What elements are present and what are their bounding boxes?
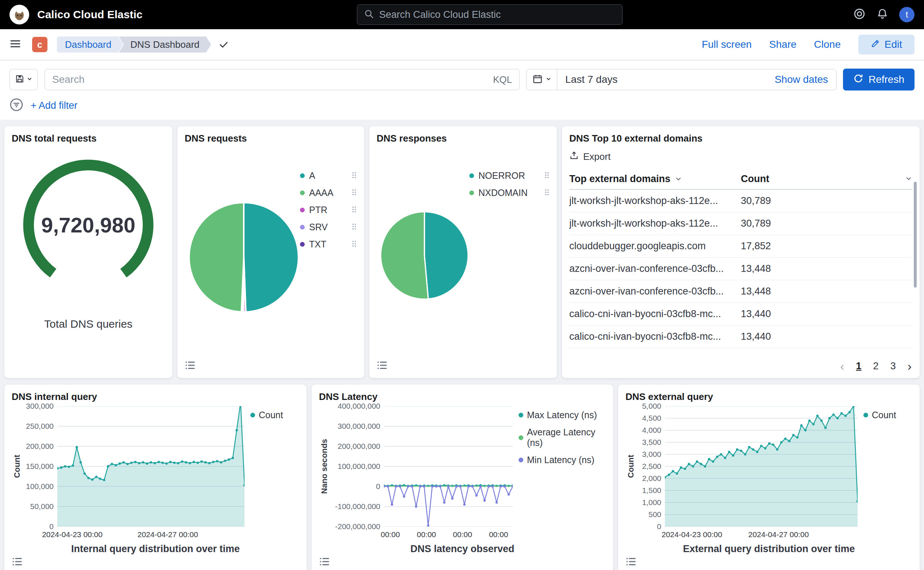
legend-item-actions-icon[interactable] [544,188,550,198]
table-row[interactable]: clouddebugger.googleapis.com17,852 [569,235,912,257]
legend-item-min-latency[interactable]: Min Latency (ns) [519,455,606,465]
refresh-button[interactable]: Refresh [843,69,915,90]
previous-page-icon[interactable]: ‹ [840,360,844,372]
table-row[interactable]: calico-cni-ivan-byocni-03cfb8-mc...13,44… [569,325,912,348]
gauge-caption: Total DNS queries [44,318,132,330]
external-query-chart[interactable] [665,406,858,527]
legend-item-txt[interactable]: TXT [300,239,357,250]
legend-toggle-icon[interactable] [317,554,332,569]
legend-label: TXT [309,239,347,250]
add-filter-link[interactable]: + Add filter [31,100,77,111]
kql-label[interactable]: KQL [493,74,512,86]
legend-label: Count [872,410,912,420]
show-dates-link[interactable]: Show dates [775,74,836,86]
panel-top-external-domains: DNS Top 10 external domains Export Top e… [562,126,919,378]
full-screen-link[interactable]: Full screen [702,39,752,51]
time-range-value[interactable]: Last 7 days [557,74,625,86]
legend-dot [300,208,305,212]
chart-subtitle: Internal query distribution over time [12,543,299,555]
legend-toggle-icon[interactable] [374,358,390,373]
space-avatar[interactable]: c [32,37,48,52]
y-axis-title: Count [625,406,636,527]
legend-item-actions-icon[interactable] [351,222,357,233]
legend-item-count[interactable]: Count [863,410,912,420]
legend-item-srv[interactable]: SRV [300,222,357,233]
user-avatar[interactable]: t [899,7,915,22]
table-row[interactable]: calico-cni-ivan-byocni-03cfb8-mc...13,44… [569,303,912,325]
x-tick-label: 00:00 [489,530,508,539]
legend-item-actions-icon[interactable] [544,170,550,181]
kql-search-input[interactable] [52,74,488,86]
x-tick-label: 2024-04-23 00:00 [662,530,722,539]
legend-item-max-latency[interactable]: Max Latency (ns) [519,410,606,420]
calendar-icon [532,74,542,86]
legend-item-actions-icon[interactable] [351,188,357,198]
clone-link[interactable]: Clone [814,39,841,51]
chevron-down-icon [546,76,552,83]
legend-toggle-icon[interactable] [623,554,639,569]
export-button[interactable]: Export [569,151,610,163]
legend-item-count[interactable]: Count [250,410,299,420]
legend-item-average-latency[interactable]: Average Latency (ns) [519,427,606,448]
dashboard-saved-check-icon[interactable] [219,40,229,50]
x-axis-labels: 2024-04-23 00:002024-04-27 00:00 [665,529,858,540]
nav-bar: c Dashboard DNS Dashboard Full screen Sh… [0,29,924,61]
breadcrumb-dashboard[interactable]: Dashboard [57,37,123,52]
panel-dns-latency: DNS Latency Nano seconds 400,000,000300,… [312,385,613,570]
legend-dot [519,435,523,440]
x-axis-labels: 2024-04-23 00:002024-04-27 00:00 [57,529,245,540]
support-icon[interactable] [853,8,866,21]
legend-item-actions-icon[interactable] [351,205,357,215]
saved-query-menu-button[interactable] [9,69,38,90]
breadcrumb: Dashboard DNS Dashboard [57,37,211,52]
next-page-icon[interactable]: › [907,360,912,372]
date-quick-select-button[interactable] [527,69,557,90]
filter-icon[interactable] [9,98,23,113]
column-header-count[interactable]: Count [741,173,912,185]
chevron-down-icon [27,76,32,83]
column-header-domains[interactable]: Top external domains [569,173,741,185]
save-icon [15,74,25,85]
y-axis-title: Nano seconds [319,406,330,527]
table-scrollbar[interactable] [914,182,917,288]
legend-item-actions-icon[interactable] [351,170,357,181]
legend-toggle-icon[interactable] [182,358,198,373]
page-3[interactable]: 3 [890,360,896,372]
legend-item-aaaa[interactable]: AAAA [300,188,357,198]
legend-toggle-icon[interactable] [9,554,25,569]
internal-query-chart[interactable] [57,406,245,527]
dns-total-gauge: 9,720,980 [17,154,159,296]
edit-button[interactable]: Edit [858,35,915,54]
legend-dot [469,173,474,178]
table-row[interactable]: azcni-over-ivan-conference-03cfb...13,44… [569,280,912,303]
dns-requests-legend: A AAAA PTR SRV [300,170,357,315]
legend-item-ptr[interactable]: PTR [300,205,357,215]
share-link[interactable]: Share [769,39,797,51]
page-1[interactable]: 1 [856,360,861,372]
menu-hamburger-icon[interactable] [9,38,21,51]
notifications-icon[interactable] [876,8,888,21]
global-search-input[interactable] [379,9,616,20]
kql-search-box[interactable]: KQL [44,69,519,90]
panel-dns-responses: DNS responses NOERROR NXDOMAIN [369,126,557,378]
dns-latency-chart[interactable] [384,406,513,527]
table-row[interactable]: azcni-over-ivan-conference-03cfb...13,44… [569,257,912,280]
legend-label: SRV [309,222,347,233]
panel-title: DNS requests [185,133,357,144]
legend-dot [300,225,305,230]
legend-item-nxdomain[interactable]: NXDOMAIN [469,188,550,198]
x-tick-label: 00:00 [417,530,436,539]
legend-item-noerror[interactable]: NOERROR [469,170,550,181]
legend-item-a[interactable]: A [300,170,357,181]
refresh-button-label: Refresh [869,74,904,86]
table-row[interactable]: jlt-worksh-jlt-workshop-aks-112e...30,78… [569,190,912,212]
query-bar: KQL Last 7 days Show dates Refresh [0,61,924,90]
table-row[interactable]: jlt-worksh-jlt-workshop-aks-112e...30,78… [569,212,912,235]
legend-label: NOERROR [478,170,540,181]
legend-label: NXDOMAIN [478,188,540,198]
page-2[interactable]: 2 [873,360,879,372]
global-search-box[interactable] [357,5,622,25]
x-tick-label: 2024-04-23 00:00 [42,530,103,539]
export-label: Export [583,151,610,162]
legend-item-actions-icon[interactable] [351,239,357,250]
